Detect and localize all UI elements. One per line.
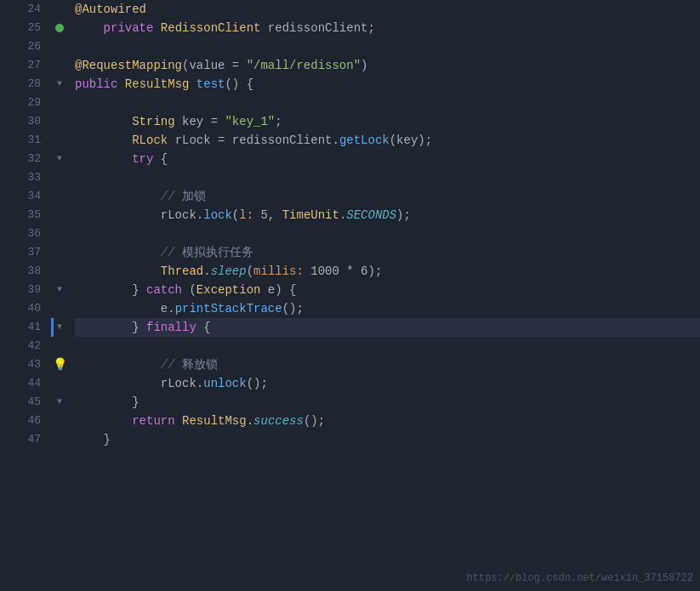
token-plain: . bbox=[203, 262, 210, 281]
gutter-icon bbox=[51, 430, 68, 449]
gutter-icon bbox=[51, 56, 68, 75]
token-plain: (value = bbox=[182, 56, 247, 75]
token-plain: redissonClient; bbox=[260, 19, 374, 37]
token-plain: } bbox=[75, 393, 139, 412]
gutter-icon: ▼ bbox=[51, 150, 68, 168]
code-line: } bbox=[75, 430, 700, 449]
watermark: https://blog.csdn.net/weixin_37158722 bbox=[467, 572, 693, 584]
highlight-bar bbox=[51, 318, 54, 337]
line-number: 35 bbox=[0, 206, 41, 224]
code-line: } bbox=[75, 393, 700, 412]
line-number: 39 bbox=[0, 281, 41, 299]
line-number: 34 bbox=[0, 187, 41, 206]
gutter-icon bbox=[51, 94, 68, 112]
token-plain bbox=[75, 112, 132, 131]
token-plain: (); bbox=[247, 374, 268, 393]
token-plain: ( bbox=[232, 206, 239, 224]
line-number: 29 bbox=[0, 94, 41, 112]
token-plain: e) { bbox=[260, 281, 296, 299]
line-numbers: 2425262728293031323334353637383940414243… bbox=[0, 0, 51, 591]
code-line: rLock.unlock(); bbox=[75, 374, 700, 393]
gutter-icon bbox=[51, 412, 68, 430]
token-fn: unlock bbox=[203, 374, 246, 393]
token-cmt: // bbox=[161, 355, 182, 374]
line-number: 38 bbox=[0, 262, 41, 281]
gutter-icon bbox=[51, 374, 68, 393]
token-plain: key = bbox=[175, 112, 225, 131]
token-type: ResultMsg bbox=[182, 412, 247, 430]
code-line: } finally { bbox=[75, 318, 700, 337]
code-line: @Autowired bbox=[75, 0, 700, 19]
fold-icon[interactable]: ▼ bbox=[57, 393, 62, 412]
token-ann: @Autowired bbox=[75, 0, 146, 19]
fold-icon[interactable]: ▼ bbox=[57, 318, 62, 337]
line-number: 40 bbox=[0, 299, 41, 318]
breakpoint-icon[interactable] bbox=[55, 24, 64, 32]
code-area[interactable]: @Autowired private RedissonClient rediss… bbox=[68, 0, 700, 591]
token-plain bbox=[75, 187, 161, 206]
line-number: 43 bbox=[0, 355, 41, 374]
gutter-icon bbox=[51, 262, 68, 281]
code-editor: 2425262728293031323334353637383940414243… bbox=[0, 0, 700, 591]
token-cmt-cn: 模拟执行任务 bbox=[182, 243, 253, 262]
token-type: RedissonClient bbox=[161, 19, 261, 37]
token-str: "/mall/redisson" bbox=[247, 56, 361, 75]
line-number: 32 bbox=[0, 150, 41, 168]
code-line: Thread.sleep(millis: 1000 * 6); bbox=[75, 262, 700, 281]
fold-icon[interactable]: ▼ bbox=[57, 150, 62, 168]
token-cmt-cn: 释放锁 bbox=[182, 355, 218, 374]
token-plain: (); bbox=[304, 412, 325, 430]
code-line: public ResultMsg test() { bbox=[75, 75, 700, 94]
token-kw: private bbox=[104, 19, 154, 37]
line-number: 25 bbox=[0, 19, 41, 37]
line-number: 26 bbox=[0, 37, 41, 56]
code-line: private RedissonClient redissonClient; bbox=[75, 19, 700, 37]
token-plain: e. bbox=[75, 299, 175, 318]
gutter-icon bbox=[51, 243, 68, 262]
token-kw: return bbox=[132, 412, 174, 430]
gutter-icon bbox=[51, 112, 68, 131]
token-plain: ); bbox=[396, 206, 411, 224]
fold-icon[interactable]: ▼ bbox=[57, 281, 62, 299]
token-type: RLock bbox=[132, 131, 168, 150]
code-line bbox=[75, 168, 700, 187]
line-number: 27 bbox=[0, 56, 41, 75]
line-number: 37 bbox=[0, 243, 41, 262]
gutter-icon: ▼ bbox=[51, 75, 68, 94]
token-plain: 5, bbox=[253, 206, 282, 224]
fold-icon[interactable]: ▼ bbox=[57, 75, 62, 94]
token-plain: } bbox=[75, 281, 146, 299]
token-cmt: // bbox=[161, 187, 182, 206]
line-number: 36 bbox=[0, 224, 41, 243]
token-plain: ( bbox=[182, 281, 196, 299]
token-plain bbox=[75, 19, 104, 37]
bulb-icon[interactable]: 💡 bbox=[53, 355, 67, 374]
gutter-icon bbox=[51, 337, 68, 355]
line-number: 24 bbox=[0, 0, 41, 19]
line-number: 30 bbox=[0, 112, 41, 131]
code-line bbox=[75, 94, 700, 112]
token-plain: () { bbox=[225, 75, 253, 94]
token-ann: @RequestMapping bbox=[75, 56, 182, 75]
token-kw: finally bbox=[146, 318, 196, 337]
code-line bbox=[75, 37, 700, 56]
line-number: 45 bbox=[0, 393, 41, 412]
code-line: // 模拟执行任务 bbox=[75, 243, 700, 262]
token-italic-fn: success bbox=[253, 412, 304, 430]
token-fn: lock bbox=[203, 206, 232, 224]
token-plain: . bbox=[247, 412, 253, 430]
token-plain: ; bbox=[275, 112, 282, 131]
token-plain bbox=[175, 412, 182, 430]
token-fn: getLock bbox=[339, 131, 390, 150]
token-kw: try bbox=[132, 150, 153, 168]
code-line bbox=[75, 337, 700, 355]
token-plain bbox=[75, 131, 132, 150]
token-plain: { bbox=[153, 150, 168, 168]
code-line: String key = "key_1"; bbox=[75, 112, 700, 131]
code-line bbox=[75, 224, 700, 243]
gutter-icon bbox=[51, 131, 68, 150]
token-plain bbox=[117, 75, 124, 94]
token-kw: catch bbox=[146, 281, 182, 299]
token-plain: } bbox=[75, 318, 146, 337]
token-plain bbox=[189, 75, 196, 94]
